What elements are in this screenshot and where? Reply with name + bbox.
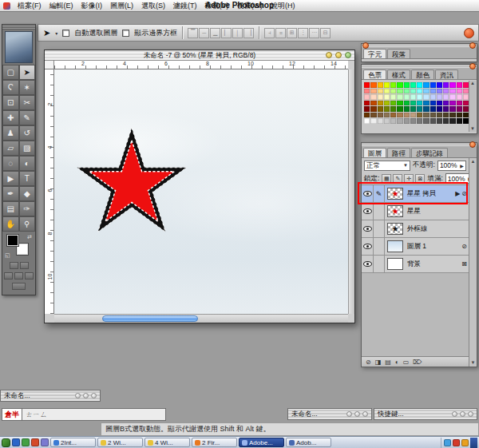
swatch-0-2[interactable] — [378, 82, 383, 88]
ime-mode-label[interactable]: 倉半 — [2, 408, 22, 421]
swatch-2-7[interactable] — [410, 94, 416, 100]
swatch-3-0[interactable] — [364, 101, 370, 106]
swatch-6-1[interactable] — [370, 118, 376, 124]
swatch-1-5[interactable] — [397, 89, 402, 94]
swatch-4-4[interactable] — [390, 106, 396, 112]
swatch-3-10[interactable] — [430, 101, 436, 106]
swatch-0-0[interactable] — [364, 82, 370, 88]
standard-screen-button[interactable] — [4, 272, 13, 280]
layer-name[interactable]: 星星 拷貝 — [406, 189, 455, 199]
taskbar-button-5[interactable]: Adob... — [286, 438, 331, 447]
swatch-5-14[interactable] — [457, 113, 462, 118]
swatch-1-15[interactable] — [463, 89, 469, 94]
quick-launch-icon-2[interactable] — [31, 438, 39, 446]
layer-thumbnail[interactable]: ★ — [387, 188, 403, 200]
layer-thumbnail[interactable]: ★ — [387, 223, 403, 235]
swatch-1-3[interactable] — [384, 89, 390, 94]
palette-collapse-icon[interactable] — [469, 42, 476, 49]
layer-row-4[interactable]: 背景⊠ — [362, 256, 469, 273]
horizontal-scrollbar[interactable] — [54, 314, 348, 323]
swatch-2-5[interactable] — [397, 94, 402, 100]
swatch-3-7[interactable] — [410, 101, 416, 106]
menu-item-2[interactable]: 影像(I) — [77, 0, 107, 11]
lock-position-icon[interactable]: ✛ — [404, 174, 414, 184]
swatch-4-7[interactable] — [410, 106, 416, 112]
swatch-1-11[interactable] — [437, 89, 442, 94]
swatch-3-8[interactable] — [417, 101, 422, 106]
swatch-3-4[interactable] — [390, 101, 396, 106]
path-selection-tool[interactable]: ▶ — [2, 171, 19, 186]
blend-mode-dropdown[interactable]: 正常 ▼ — [364, 161, 410, 171]
align-button-0-1[interactable]: ─ — [199, 28, 209, 38]
palette-header[interactable] — [362, 143, 477, 147]
quick-mask-mode-button[interactable] — [20, 262, 29, 269]
swatch-6-15[interactable] — [463, 118, 469, 124]
scroll-down-icon[interactable]: ▼ — [469, 359, 477, 366]
swatch-4-15[interactable] — [463, 106, 469, 112]
swatch-1-8[interactable] — [417, 89, 422, 94]
tray-icon-2[interactable] — [461, 439, 469, 446]
layer-name[interactable]: 圖層 1 — [406, 242, 461, 252]
layer-row-2[interactable]: ★外框線 — [362, 220, 469, 238]
swatch-4-1[interactable] — [370, 106, 376, 112]
swatch-6-11[interactable] — [437, 118, 442, 124]
window-button[interactable] — [460, 411, 465, 417]
layer-effects-icon[interactable]: ⊘ — [366, 359, 371, 366]
swatch-1-14[interactable] — [457, 89, 462, 94]
swatch-5-11[interactable] — [437, 113, 442, 118]
taskbar-button-3[interactable]: 2 Fir... — [192, 438, 237, 447]
swatch-2-4[interactable] — [390, 94, 396, 100]
quick-launch-icon-1[interactable] — [22, 438, 30, 446]
swatch-0-3[interactable] — [384, 82, 390, 88]
tab-swatches-2[interactable]: 顏色 — [411, 69, 434, 79]
swatch-5-4[interactable] — [390, 113, 396, 118]
swatch-5-7[interactable] — [410, 113, 416, 118]
auto-select-layer-checkbox[interactable] — [62, 30, 69, 37]
move-tool[interactable]: ➤ — [19, 65, 36, 80]
swatch-5-9[interactable] — [423, 113, 429, 118]
swatch-0-10[interactable] — [430, 82, 436, 88]
swap-colors-icon[interactable]: ⇄ — [27, 234, 32, 240]
layer-name[interactable]: 星星 — [406, 207, 467, 216]
swatch-1-0[interactable] — [364, 89, 370, 94]
swatch-6-4[interactable] — [390, 118, 396, 124]
layer-row-1[interactable]: ★星星 — [362, 203, 469, 220]
swatch-0-7[interactable] — [410, 82, 416, 88]
adjustment-layer-icon[interactable]: ◐ — [395, 359, 399, 366]
zoom-tool[interactable]: ⚲ — [19, 216, 36, 232]
history-brush-tool[interactable]: ↺ — [19, 125, 36, 141]
canvas[interactable] — [54, 69, 348, 314]
window-button[interactable] — [452, 411, 457, 417]
window-button[interactable] — [83, 393, 89, 398]
swatch-2-6[interactable] — [404, 94, 410, 100]
swatch-4-9[interactable] — [423, 106, 429, 112]
palette-collapse-icon[interactable] — [469, 141, 476, 148]
tab-layers-2[interactable]: 步驟記錄 — [411, 148, 448, 157]
swatch-3-12[interactable] — [443, 101, 449, 106]
menu-item-0[interactable]: 檔案(F) — [14, 0, 46, 11]
lock-pixels-icon[interactable]: ✎ — [393, 174, 402, 184]
swatch-5-3[interactable] — [384, 113, 390, 118]
swatch-3-9[interactable] — [423, 101, 429, 106]
move-tool-icon[interactable]: ➤ — [43, 28, 50, 38]
tray-icon-0[interactable] — [444, 439, 451, 446]
magic-wand-tool[interactable]: ✶ — [19, 80, 36, 95]
brush-tool[interactable]: ✎ — [19, 110, 36, 125]
visibility-toggle[interactable] — [362, 203, 374, 220]
lock-all-icon[interactable]: ⊠ — [415, 174, 425, 184]
swatch-2-12[interactable] — [443, 94, 449, 100]
swatches-scrollbar[interactable]: ▲▼ — [469, 81, 476, 132]
swatch-3-2[interactable] — [378, 101, 383, 106]
visibility-toggle[interactable] — [362, 185, 374, 202]
layer-row-0[interactable]: ✎★星星 拷貝▶⊘ — [362, 185, 469, 203]
layer-row-3[interactable]: 圖層 1⊘ — [362, 238, 469, 256]
quick-launch-icon-0[interactable] — [12, 438, 20, 446]
window-button[interactable] — [362, 411, 368, 417]
eyedropper-tool[interactable]: ✑ — [19, 201, 36, 216]
swatch-3-15[interactable] — [463, 101, 469, 106]
align-button-0-2[interactable]: ▁ — [210, 28, 220, 38]
swatch-5-13[interactable] — [449, 113, 455, 118]
layer-set-icon[interactable]: ▤ — [385, 359, 391, 366]
swatch-1-2[interactable] — [378, 89, 383, 94]
scroll-up-icon[interactable]: ▲ — [469, 158, 477, 165]
